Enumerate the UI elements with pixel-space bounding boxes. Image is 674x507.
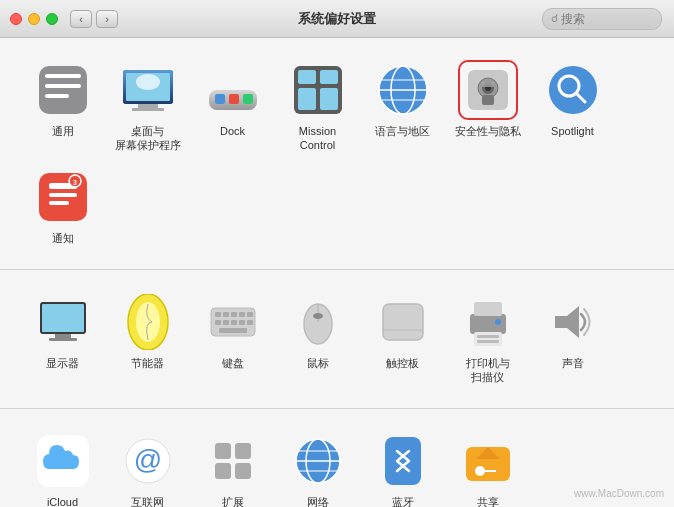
svg-rect-67 (477, 335, 499, 338)
language-icon (375, 62, 431, 118)
close-button[interactable] (10, 13, 22, 25)
svg-rect-84 (385, 437, 421, 485)
svg-rect-62 (383, 304, 423, 340)
app-item-spotlight[interactable]: Spotlight (530, 54, 615, 161)
svg-rect-36 (49, 193, 77, 197)
svg-rect-75 (215, 463, 231, 479)
printer-label: 打印机与扫描仪 (466, 356, 510, 385)
svg-rect-49 (223, 312, 229, 317)
app-item-dock[interactable]: Dock (190, 54, 275, 161)
app-item-keyboard[interactable]: 键盘 (190, 286, 275, 393)
app-item-network[interactable]: 网络 (275, 425, 360, 507)
app-item-bluetooth[interactable]: 蓝牙 (360, 425, 445, 507)
svg-rect-7 (132, 108, 164, 111)
search-input[interactable] (561, 12, 651, 26)
svg-rect-64 (470, 314, 506, 334)
dock-icon (205, 62, 261, 118)
extensions-icon (205, 433, 261, 489)
app-item-security[interactable]: 安全性与隐私 (445, 54, 530, 161)
section-section3: iCloud@互联网账户扩展网络蓝牙共享 (0, 409, 674, 507)
app-item-general[interactable]: 通用 (20, 54, 105, 161)
internet-icon: @ (120, 433, 176, 489)
svg-rect-6 (138, 104, 158, 108)
svg-rect-68 (477, 340, 499, 343)
svg-rect-57 (247, 320, 253, 325)
sound-label: 声音 (562, 356, 584, 370)
svg-rect-17 (298, 88, 316, 110)
svg-rect-43 (55, 334, 71, 338)
minimize-button[interactable] (28, 13, 40, 25)
sharing-icon (460, 433, 516, 489)
desktop-icon (120, 62, 176, 118)
svg-rect-42 (42, 304, 84, 332)
icloud-label: iCloud (47, 495, 78, 507)
spotlight-icon (545, 62, 601, 118)
app-item-mission[interactable]: MissionControl (275, 54, 360, 161)
back-button[interactable]: ‹ (70, 10, 92, 28)
keyboard-icon (205, 294, 261, 350)
mouse-icon (290, 294, 346, 350)
svg-rect-55 (231, 320, 237, 325)
svg-rect-66 (474, 332, 502, 346)
svg-rect-74 (215, 443, 231, 459)
main-content: 通用桌面与屏幕保护程序DockMissionControl语言与地区安全性与隐私… (0, 38, 674, 507)
svg-rect-56 (239, 320, 245, 325)
security-icon (460, 62, 516, 118)
app-item-desktop[interactable]: 桌面与屏幕保护程序 (105, 54, 190, 161)
display-label: 显示器 (46, 356, 79, 370)
maximize-button[interactable] (46, 13, 58, 25)
svg-rect-52 (247, 312, 253, 317)
app-item-extensions[interactable]: 扩展 (190, 425, 275, 507)
app-item-notification[interactable]: 3通知 (20, 161, 105, 253)
svg-rect-15 (298, 70, 316, 84)
dock-label: Dock (220, 124, 245, 138)
app-item-mouse[interactable]: 鼠标 (275, 286, 360, 393)
app-item-printer[interactable]: 打印机与扫描仪 (445, 286, 530, 393)
svg-rect-77 (235, 463, 251, 479)
svg-rect-44 (49, 338, 77, 341)
svg-rect-12 (229, 94, 239, 104)
watermark: www.MacDown.com (574, 488, 664, 499)
forward-button[interactable]: › (96, 10, 118, 28)
app-item-sound[interactable]: 声音 (530, 286, 615, 393)
mouse-label: 鼠标 (307, 356, 329, 370)
display-icon (35, 294, 91, 350)
svg-point-69 (495, 319, 501, 325)
extensions-label: 扩展 (222, 495, 244, 507)
svg-rect-48 (215, 312, 221, 317)
titlebar: ‹ › 系统偏好设置 ☌ (0, 0, 674, 38)
app-item-display[interactable]: 显示器 (20, 286, 105, 393)
printer-icon (460, 294, 516, 350)
svg-rect-13 (243, 94, 253, 104)
network-label: 网络 (307, 495, 329, 507)
spotlight-label: Spotlight (551, 124, 594, 138)
app-item-icloud[interactable]: iCloud (20, 425, 105, 507)
app-item-sharing[interactable]: 共享 (445, 425, 530, 507)
security-label: 安全性与隐私 (455, 124, 521, 138)
window-title: 系统偏好设置 (298, 10, 376, 28)
nav-buttons: ‹ › (70, 10, 118, 28)
svg-rect-58 (219, 328, 247, 333)
app-item-internet[interactable]: @互联网账户 (105, 425, 190, 507)
svg-marker-70 (555, 306, 579, 338)
general-icon (35, 62, 91, 118)
search-box[interactable]: ☌ (542, 8, 662, 30)
energy-label: 节能器 (131, 356, 164, 370)
section-section2: 显示器节能器键盘鼠标触控板打印机与扫描仪声音 (0, 270, 674, 410)
svg-rect-53 (215, 320, 221, 325)
icloud-icon (35, 433, 91, 489)
app-item-language[interactable]: 语言与地区 (360, 54, 445, 161)
svg-rect-30 (482, 82, 494, 87)
app-item-trackpad[interactable]: 触控板 (360, 286, 445, 393)
desktop-label: 桌面与屏幕保护程序 (115, 124, 181, 153)
svg-rect-29 (482, 95, 494, 105)
svg-rect-3 (45, 94, 69, 98)
svg-point-31 (549, 66, 597, 114)
svg-rect-0 (39, 66, 87, 114)
svg-rect-1 (45, 74, 81, 78)
svg-point-9 (136, 74, 160, 90)
keyboard-label: 键盘 (222, 356, 244, 370)
svg-rect-2 (45, 84, 81, 88)
app-item-energy[interactable]: 节能器 (105, 286, 190, 393)
bluetooth-label: 蓝牙 (392, 495, 414, 507)
